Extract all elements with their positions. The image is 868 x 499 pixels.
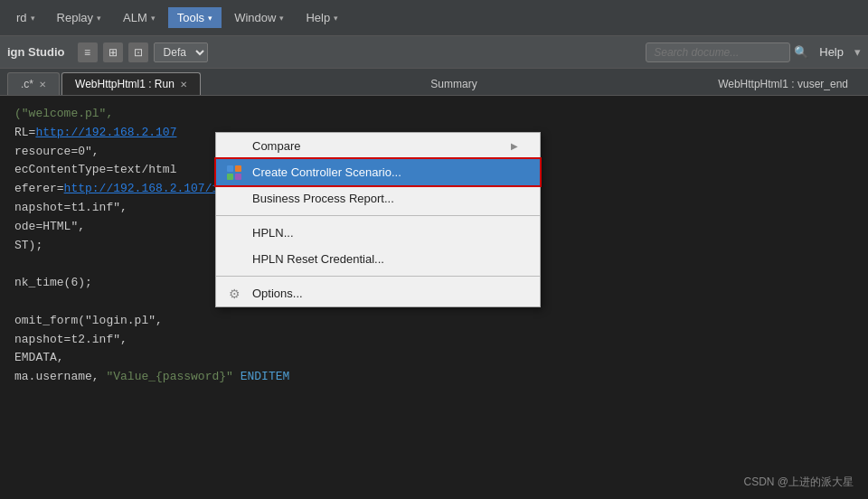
tabs-bar: .c* ✕ WebHttpHtml1 : Run ✕ Summary WebHt… (0, 69, 868, 96)
dropdown-item-hpln[interactable]: HPLN... (216, 220, 540, 246)
menu-item-help[interactable]: Help ▾ (297, 7, 347, 28)
rd-arrow-icon: ▾ (31, 14, 35, 23)
tab-webhttphtml1[interactable]: WebHttpHtml1 : Run ✕ (61, 72, 201, 95)
controller-icon (225, 164, 243, 182)
menu-item-window[interactable]: Window ▾ (225, 7, 293, 28)
tab-c[interactable]: .c* ✕ (7, 72, 60, 95)
tab-vuser-end[interactable]: WebHttpHtml1 : vuser_end (705, 73, 861, 95)
dropdown-item-options[interactable]: ⚙ Options... (216, 280, 540, 306)
options-gear-icon: ⚙ (225, 285, 243, 303)
alm-arrow-icon: ▾ (151, 14, 156, 23)
toolbar-icon-2[interactable]: ⊞ (103, 42, 123, 62)
search-icon: 🔍 (794, 45, 808, 59)
code-line: ("welcome.pl", (14, 105, 854, 124)
code-line: napshot=t2.inf", (14, 331, 854, 350)
toolbar-icon-3[interactable]: ⊡ (128, 42, 148, 62)
dropdown-item-hpln-reset[interactable]: HPLN Reset Credential... (216, 246, 540, 272)
dropdown-item-business-process[interactable]: Business Process Report... (216, 185, 540, 212)
toolbar-brand: ign Studio (7, 45, 65, 59)
main-area: ("welcome.pl", RL=http://192.168.2.107 r… (0, 96, 868, 499)
window-arrow-icon: ▾ (279, 14, 284, 23)
toolbar-search: 🔍 Help ▾ (646, 42, 861, 62)
tab-c-close-icon[interactable]: ✕ (39, 80, 46, 89)
dropdown-item-compare[interactable]: Compare ▶ (216, 133, 540, 159)
dropdown-item-create-controller[interactable]: Create Controller Scenario... (216, 159, 540, 185)
help-arrow-icon: ▾ (854, 45, 861, 59)
code-line: ma.username, "Value_{password}" ENDITEM (14, 368, 854, 387)
search-input[interactable] (646, 42, 790, 62)
replay-arrow-icon: ▾ (97, 14, 101, 23)
toolbar: ign Studio ≡ ⊞ ⊡ Defa 🔍 Help ▾ (0, 36, 868, 69)
dropdown-separator-2 (216, 276, 540, 277)
menu-item-replay[interactable]: Replay ▾ (48, 7, 110, 28)
help-menu-arrow-icon: ▾ (334, 14, 338, 23)
code-line: omit_form("login.pl", (14, 312, 854, 331)
compare-submenu-arrow-icon: ▶ (511, 141, 518, 151)
menu-bar: rd ▾ Replay ▾ ALM ▾ Tools ▾ Window ▾ Hel… (0, 0, 868, 36)
help-button[interactable]: Help (812, 43, 851, 61)
toolbar-icon-1[interactable]: ≡ (78, 42, 98, 62)
code-line: EMDATA, (14, 349, 854, 368)
menu-item-rd[interactable]: rd ▾ (7, 7, 44, 28)
tab-webhttphtml1-close-icon[interactable]: ✕ (180, 80, 187, 89)
dropdown-separator-1 (216, 215, 540, 216)
watermark: CSDN @上进的派大星 (743, 475, 854, 490)
menu-item-alm[interactable]: ALM ▾ (114, 7, 165, 28)
tab-summary[interactable]: Summary (418, 73, 489, 95)
toolbar-select[interactable]: Defa (154, 42, 208, 62)
tools-arrow-icon: ▾ (208, 14, 212, 23)
menu-item-tools[interactable]: Tools ▾ (168, 7, 222, 28)
tools-dropdown: Compare ▶ Create Controller Scenario... … (215, 132, 541, 307)
